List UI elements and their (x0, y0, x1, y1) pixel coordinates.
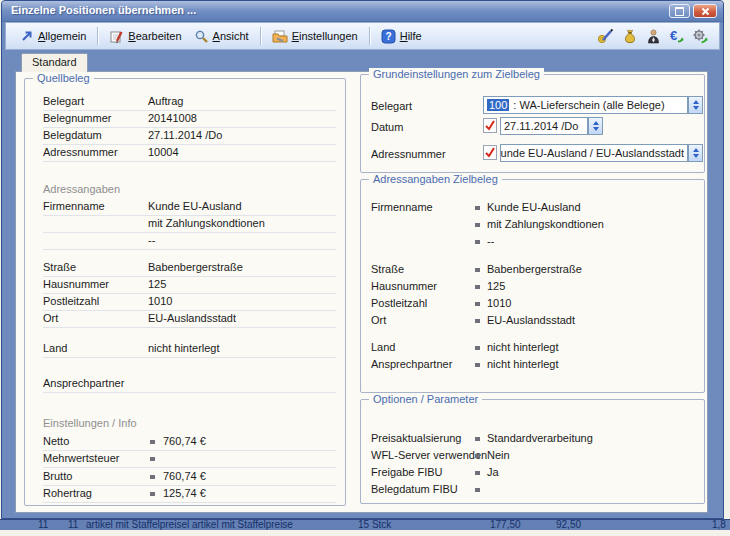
field-row: Freigabe FIBU Ja (371, 464, 696, 481)
field-label: Brutto (43, 470, 72, 482)
field-label: Straße (43, 261, 76, 273)
field-label: Ort (371, 314, 386, 326)
field-value: Babenbergerstraße (148, 261, 243, 273)
field-row: Adressnummer 10004 (43, 144, 336, 162)
field-label: Adressnummer (43, 146, 118, 158)
field-row: -- (43, 232, 336, 250)
field-label: Ort (43, 312, 58, 324)
window-title: Einzelne Positionen übernehmen ... (11, 4, 196, 16)
field-value: mit Zahlungskondtionen (487, 218, 604, 230)
bullet-marker (475, 240, 480, 244)
bg-cell: 177,50 (490, 519, 521, 530)
menu-bearbeiten-label: Bearbeiten (128, 30, 181, 42)
menu-einstellungen[interactable]: Einstellungen (266, 26, 364, 47)
group-quellbeleg: Quellbeleg Belegart Auftrag Belegnummer … (24, 78, 346, 506)
field-label: Netto (43, 435, 69, 447)
bullet-marker (475, 268, 480, 272)
field-row: Hausnummer 125 (43, 276, 336, 294)
menu-allgemein[interactable]: Allgemein (14, 26, 92, 46)
field-label: Rohertrag (43, 487, 92, 499)
adressnummer-value: 10004: Kunde EU-Ausland / EU-Auslandssta… (500, 147, 684, 159)
belegart-selected-text: 100 (487, 99, 509, 111)
field-value: Standardverarbeitung (487, 432, 593, 444)
bullet-marker (475, 223, 480, 227)
menu-einstellungen-label: Einstellungen (292, 30, 358, 42)
adressnummer-combo[interactable]: 10004: Kunde EU-Ausland / EU-Auslandssta… (500, 144, 688, 162)
field-row: WFL-Server verwenden Nein (371, 447, 696, 464)
field-label: Firmenname (371, 201, 433, 213)
bullet-marker (475, 437, 480, 441)
bg-cell: artikel mit Staffelpreisel artikel mit S… (86, 519, 293, 530)
content-area: Quellbeleg Belegart Auftrag Belegnummer … (15, 71, 708, 513)
bullet-marker (150, 440, 155, 444)
person-icon[interactable] (646, 28, 661, 44)
field-row: Belegart Auftrag (43, 93, 336, 111)
belegart-spinner[interactable] (688, 96, 703, 114)
belegart-combo[interactable]: 100 : WA-Lieferschein (alle Belege) (483, 96, 688, 114)
field-row: Firmenname Kunde EU-Ausland (371, 199, 696, 216)
field-value: 125,74 € (163, 487, 206, 499)
tab-standard[interactable]: Standard (21, 53, 88, 72)
field-row: Ort EU-Auslandsstadt (371, 312, 696, 329)
field-value: 125 (148, 278, 166, 290)
field-value: 1010 (148, 295, 172, 307)
bg-cell: 1,8 (712, 519, 726, 530)
menu-bearbeiten[interactable]: Bearbeiten (103, 26, 187, 47)
adressnummer-label: Adressnummer (371, 148, 446, 160)
menu-ansicht-label: Ansicht (213, 30, 249, 42)
field-row: Land nicht hinterlegt (371, 339, 696, 356)
bullet-marker (475, 302, 480, 306)
close-button[interactable] (693, 4, 717, 18)
field-value: Babenbergerstraße (487, 263, 582, 275)
field-row: Ort EU-Auslandsstadt (43, 310, 336, 328)
field-value: Auftrag (148, 95, 183, 107)
gear-sync-icon[interactable] (692, 28, 708, 44)
datum-check-icon[interactable] (483, 118, 497, 133)
adressnummer-spinner[interactable] (688, 144, 703, 162)
field-value: -- (148, 234, 155, 246)
dialog-window: Einzelne Positionen übernehmen ... Allge… (1, 0, 724, 519)
field-label: Mehrwertsteuer (43, 452, 119, 464)
group-grundeinstellungen-title: Grundeinstellungen zum Zielbeleg (369, 68, 544, 80)
field-row: Belegnummer 20141008 (43, 110, 336, 128)
money-bag-icon[interactable] (622, 28, 638, 44)
field-row: Postleitzahl 1010 (371, 295, 696, 312)
field-label: Hausnummer (371, 280, 437, 292)
field-value: mit Zahlungskondtionen (148, 217, 265, 229)
field-row: Straße Babenbergerstraße (371, 261, 696, 278)
background-window-row: 11 11 artikel mit Staffelpreisel artikel… (0, 519, 730, 530)
field-value: nicht hinterlegt (487, 358, 559, 370)
field-label: Ansprechpartner (43, 377, 124, 389)
adressnummer-check-icon[interactable] (483, 145, 497, 160)
datum-combo[interactable]: 27.11.2014 /Do (500, 117, 588, 135)
field-value: 20141008 (148, 112, 197, 124)
restore-button[interactable] (669, 4, 690, 18)
bg-cell: 11 (38, 519, 48, 530)
field-value: 125 (487, 280, 505, 292)
euro-icon[interactable]: € (669, 28, 684, 44)
menu-hilfe[interactable]: ? Hilfe (375, 26, 428, 47)
field-label: Belegdatum (43, 129, 102, 141)
field-label: Belegart (43, 95, 84, 107)
bg-cell: 11 (68, 519, 78, 530)
settings-folder-icon (272, 29, 288, 44)
tab-standard-label: Standard (32, 56, 77, 68)
field-label: Postleitzahl (43, 295, 99, 307)
field-row: Belegdatum 27.11.2014 /Do (43, 127, 336, 145)
group-adressangaben-zielbeleg: Adressangaben Zielbeleg Firmenname Kunde… (360, 179, 705, 393)
field-row: mit Zahlungskondtionen (43, 215, 336, 233)
field-row: mit Zahlungskondtionen (371, 216, 696, 233)
toolbar-separator (260, 27, 261, 45)
field-label: Land (43, 342, 67, 354)
datum-spinner[interactable] (588, 117, 603, 135)
field-value: nicht hinterlegt (487, 341, 559, 353)
field-label: Hausnummer (43, 278, 109, 290)
field-value: 1010 (487, 297, 511, 309)
menu-ansicht[interactable]: Ansicht (188, 26, 255, 47)
edit-note-icon (109, 29, 124, 44)
title-bar[interactable]: Einzelne Positionen übernehmen ... (2, 1, 723, 22)
toolbar-separator (369, 27, 370, 45)
bullet-marker (475, 346, 480, 350)
bg-cell: 92,50 (556, 519, 581, 530)
pen-coin-icon[interactable] (597, 28, 614, 44)
